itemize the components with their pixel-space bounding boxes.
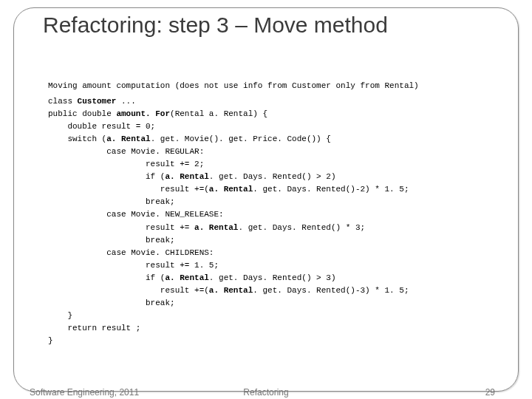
t: a. Rental [194,223,238,232]
page-number: 29 [485,387,495,398]
code-line: result += 1. 5; [48,259,502,272]
code-line: case Movie. CHILDRENS: [48,247,502,259]
code-line: case Movie. NEW_RELEASE: [48,208,502,221]
code-line: return result ; [48,322,502,335]
t: . get. Days. Rented()-2) * 1. 5; [253,185,409,194]
t: . get. Days. Rented()-3) * 1. 5; [253,286,409,295]
code-line: break; [48,234,502,247]
t: . get. Movie(). get. Price. Code()) { [151,134,331,143]
t: . get. Days. Rented() > 2) [209,172,336,181]
t: . get. Days. Rented() > 3) [209,273,336,282]
code-line: double result = 0; [48,120,502,133]
t: class [48,97,78,106]
slide-body: Moving amount computation (does not use … [48,80,502,347]
t: result +=( [48,185,209,194]
code-line: if (a. Rental. get. Days. Rented() > 3) [48,272,502,284]
code-line: class Customer ... [48,95,502,108]
t: a. Rental [209,185,253,194]
code-line: case Movie. REGULAR: [48,146,502,158]
t: a. Rental [209,286,253,295]
code-line: public double amount. For(Rental a. Rent… [48,108,502,120]
description-text: Moving amount computation (does not use … [48,80,502,92]
t: public double [48,109,116,118]
code-line: result += a. Rental. get. Days. Rented()… [48,222,502,234]
t: a. Rental [106,134,150,143]
t: amount. For [116,109,170,118]
code-line: } [48,310,502,322]
code-line: result += 2; [48,158,502,171]
code-line: break; [48,196,502,208]
code-line: } [48,335,502,347]
t: if ( [48,273,165,282]
t: a. Rental [165,172,208,181]
slide-title: Refactoring: step 3 – Move method [43,12,502,38]
code-line: result +=(a. Rental. get. Days. Rented()… [48,183,502,196]
t: switch ( [48,134,106,143]
t: ... [116,97,135,106]
t: (Rental a. Rental) { [170,109,267,118]
code-line: if (a. Rental. get. Days. Rented() > 2) [48,171,502,183]
t: a. Rental [165,273,208,282]
t: if ( [48,172,165,181]
code-line: break; [48,297,502,310]
t: result +=( [48,286,209,295]
t: result += [48,223,194,232]
t: . get. Days. Rented() * 3; [238,223,365,232]
code-line: switch (a. Rental. get. Movie(). get. Pr… [48,133,502,146]
footer-center: Refactoring [30,387,502,398]
code-line: result +=(a. Rental. get. Days. Rented()… [48,284,502,297]
t: Customer [78,97,117,106]
